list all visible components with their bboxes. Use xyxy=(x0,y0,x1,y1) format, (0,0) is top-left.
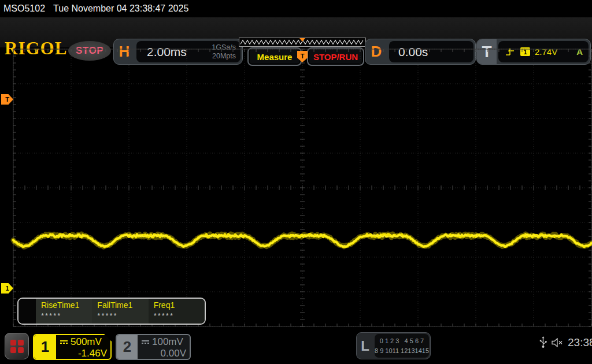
measurement-name: RiseTime1 xyxy=(41,300,92,310)
channel2-offset: 0.00V xyxy=(141,348,186,359)
sample-rate: 1GSa/s xyxy=(212,43,236,51)
trigger-label: T xyxy=(477,39,497,64)
timebase-value: 2.00ms xyxy=(147,45,187,59)
header-bar: RIGOL STOP H 2.00ms 1GSa/s 20Mpts Measur… xyxy=(0,17,592,47)
channel1-number: 1 xyxy=(34,335,56,359)
logic-label: L xyxy=(357,333,373,359)
datetime: Tue November 04 23:38:47 2025 xyxy=(53,3,188,14)
model-name: MSO5102 xyxy=(3,3,45,14)
trigger-level-value: 2.74V xyxy=(535,47,557,57)
overview-zigzag xyxy=(239,38,365,46)
horizontal-label: H xyxy=(114,39,135,64)
clock: 23:38 xyxy=(568,336,592,349)
channel1-status-block[interactable]: 1 500mV -1.46V xyxy=(33,334,112,360)
measurement-item-freq[interactable]: Freq1 ***** xyxy=(149,299,205,324)
trigger-menu-block[interactable]: T 1 2.74V A xyxy=(476,39,591,65)
dc-coupling-icon xyxy=(141,339,150,345)
measurement-value: ***** xyxy=(97,311,148,320)
delay-menu-block[interactable]: D 0.00s xyxy=(365,39,476,65)
logic-channels-block[interactable]: L 0 1 2 3 4 5 6 7 8 9 1011 12131415 xyxy=(356,332,431,359)
measurement-value: ***** xyxy=(41,311,92,320)
logic-row-1: 0 1 2 3 4 5 6 7 xyxy=(380,336,424,346)
rigol-logo: RIGOL xyxy=(5,38,67,59)
rising-edge-icon xyxy=(505,47,515,57)
measurement-name: FallTime1 xyxy=(97,300,148,310)
channel1-ground-marker[interactable]: 1 xyxy=(1,283,13,294)
speaker-muted-icon[interactable] xyxy=(552,338,564,347)
stop-run-button[interactable]: STOP/RUN xyxy=(307,47,364,66)
trigger-mode: A xyxy=(576,47,583,57)
measurement-item-risetime[interactable]: RiseTime1 ***** xyxy=(36,299,92,324)
acquisition-status-badge: STOP xyxy=(68,41,111,61)
memory-depth: 20Mpts xyxy=(212,52,236,60)
channel2-status-block[interactable]: 2 100mV 0.00V xyxy=(116,334,191,360)
measurement-name: Freq1 xyxy=(154,300,205,310)
delay-label: D xyxy=(365,39,387,64)
trigger-level-marker[interactable]: T xyxy=(1,94,13,105)
usb-icon xyxy=(539,336,547,349)
channel2-scale: 100mV xyxy=(152,336,183,348)
status-bar: MSO5102 Tue November 04 23:38:47 2025 xyxy=(0,0,592,17)
measure-button[interactable]: Measure xyxy=(247,47,302,66)
measurement-results-box[interactable]: RiseTime1 ***** FallTime1 ***** Freq1 **… xyxy=(17,298,206,325)
logic-channel-list: 0 1 2 3 4 5 6 7 8 9 1011 12131415 xyxy=(375,334,429,358)
bottom-bar: 1 500mV -1.46V 2 100mV 0.00V xyxy=(0,329,592,364)
measurement-box-spacer xyxy=(18,299,36,324)
sample-rate-depth: 1GSa/s 20Mpts xyxy=(212,43,236,60)
channel2-number: 2 xyxy=(117,335,138,359)
horizontal-menu-block[interactable]: H 2.00ms 1GSa/s 20Mpts xyxy=(113,39,243,65)
measurement-value: ***** xyxy=(154,311,205,320)
logic-row-2: 8 9 1011 12131415 xyxy=(375,346,429,356)
main-menu-button[interactable] xyxy=(5,333,29,359)
dc-coupling-icon xyxy=(60,339,68,345)
delay-value: 0.00s xyxy=(398,45,428,59)
channel1-scale: 500mV xyxy=(71,336,102,348)
waveform-overview-strip[interactable] xyxy=(239,38,366,47)
measurement-item-falltime[interactable]: FallTime1 ***** xyxy=(92,299,148,324)
channel1-offset: -1.46V xyxy=(60,348,107,359)
menu-grid-icon xyxy=(10,340,24,353)
trigger-source-badge: 1 xyxy=(520,47,530,56)
